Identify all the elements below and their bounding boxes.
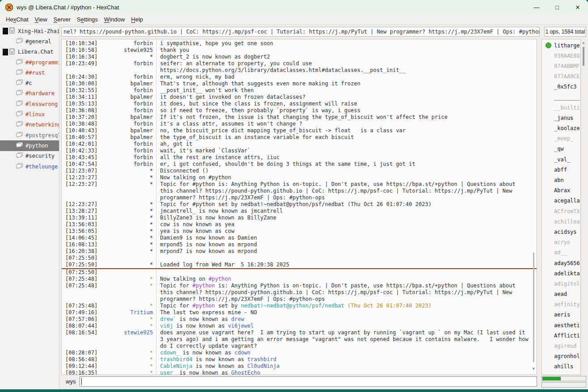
chat-line: [10:42:33]forbinwait, it's marked `Class… <box>62 148 537 154</box>
user-item[interactable]: aeris <box>542 310 580 320</box>
menu-item-server[interactable]: Server <box>51 15 74 24</box>
user-item[interactable]: acryo <box>542 237 580 248</box>
maximize-button[interactable]: □ <box>547 0 567 14</box>
timestamp: [10:34:11] <box>62 94 100 101</box>
message-segment: set by <box>215 303 241 309</box>
tree-item-networking[interactable]: #networking <box>0 120 59 130</box>
user-item[interactable]: 077AA9CE <box>542 72 580 82</box>
user-item[interactable]: adigitol <box>542 278 580 289</box>
message-segment: CableNinja <box>160 363 192 369</box>
topic-input[interactable]: nel? https://pound-python.github.io | Co… <box>61 27 540 37</box>
scroll-up-icon[interactable]: ▲ <box>582 41 585 45</box>
user-item[interactable]: agronhol <box>542 351 580 362</box>
message-input[interactable] <box>80 376 537 387</box>
expander-icon[interactable]: ▽ <box>3 49 8 55</box>
user-nick: _janus <box>554 115 573 121</box>
message: The last two express mine - NO <box>156 309 537 316</box>
user-item[interactable]: acegalla <box>542 196 580 206</box>
minimize-button[interactable]: — <box>526 0 547 14</box>
user-item[interactable]: aday5656 <box>542 258 580 268</box>
userlist-scrollbar[interactable]: ▲ <box>581 39 586 375</box>
message-segment: all the rest are instance attrs, iiuc <box>160 154 279 160</box>
chat-scrollbar[interactable]: ▼ <box>530 39 537 375</box>
channel-icon <box>16 101 23 108</box>
user-item[interactable]: __builti <box>542 102 580 113</box>
user-item[interactable]: acidsys <box>542 227 580 237</box>
user-item[interactable]: ________ <box>542 92 580 102</box>
user-item[interactable]: achillea <box>542 216 580 227</box>
user-item[interactable]: Afflicti <box>542 330 580 341</box>
close-button[interactable]: ✕ <box>567 0 588 14</box>
user-item[interactable]: _0x5fc3 <box>542 82 580 92</box>
message: it's a class attr, assumes it won't chan… <box>156 121 537 127</box>
user-item[interactable]: ahills <box>542 362 580 372</box>
timestamp: [10:24:30] <box>62 74 100 80</box>
message-segment: is now known as <box>176 316 231 322</box>
tree-item-lesswrong[interactable]: #lesswrong <box>0 99 59 109</box>
nick: stewie925 <box>100 47 153 54</box>
nick: * <box>100 282 153 289</box>
userlist-scrollbar-thumb[interactable] <box>583 47 584 66</box>
user-item[interactable]: litharge <box>542 40 580 51</box>
tree-item-linux[interactable]: #linux <box>0 109 59 119</box>
user-item[interactable]: ad__ <box>542 248 580 258</box>
user-nick: acryo <box>554 239 570 245</box>
user-list[interactable]: litharge030AAE8Q074ABBMF077AA9CE_0x5fc3_… <box>541 39 581 375</box>
user-item[interactable]: _koolaze <box>542 123 580 134</box>
user-item[interactable]: 074ABBMF <box>542 61 580 71</box>
menu-item-hexchat[interactable]: HexChat <box>3 15 32 24</box>
message: vi6j is now known as vi6jewel <box>156 323 537 329</box>
user-item[interactable]: agireud <box>542 341 580 351</box>
menu-item-help[interactable]: Help <box>128 15 146 24</box>
message-segment: #python <box>192 282 215 289</box>
tree-item-rust[interactable]: ##rust <box>0 67 59 78</box>
tree-item-libera.chat[interactable]: ▽Libera.Chat <box>0 47 59 57</box>
user-item[interactable]: abn <box>542 175 580 185</box>
user-item[interactable]: ACfromTX <box>542 206 580 216</box>
user-nick: aead <box>554 291 567 297</box>
user-item[interactable]: adelikta <box>542 268 580 278</box>
message: thank you <box>156 47 537 54</box>
tree-item-python[interactable]: #python <box>0 140 59 151</box>
nick: * <box>100 261 153 268</box>
tree-item-programming[interactable]: ##programming <box>0 57 59 67</box>
message-segment: Cl0udNinja <box>247 363 279 369</box>
tree-item-security[interactable]: #security <box>0 151 59 161</box>
user-item[interactable]: abff <box>542 164 580 175</box>
tree-item-thelounge[interactable]: #thelounge <box>0 161 59 172</box>
user-item[interactable]: _val_ <box>542 154 580 164</box>
timestamp: [10:32:55] <box>62 87 100 94</box>
nick: forbin <box>100 87 153 94</box>
message-segment: Topic for <box>160 282 192 289</box>
user-item[interactable]: aead <box>542 289 580 299</box>
message-segment: drew` <box>160 316 176 322</box>
message-segment: mrpond7 is now known as mrpond <box>160 248 257 254</box>
scroll-down-icon[interactable]: ▼ <box>532 367 536 371</box>
tree-item-general[interactable]: #general <box>0 36 59 46</box>
expander-icon[interactable]: ▽ <box>3 28 8 34</box>
chat-scrollbar-thumb[interactable] <box>533 253 534 362</box>
user-item[interactable]: aefinity <box>542 299 580 310</box>
tree-item-hardware[interactable]: #hardware <box>0 89 59 99</box>
nick: * <box>100 168 153 174</box>
tree-item-postgresql[interactable]: #postgresql <box>0 130 59 140</box>
chat-line: [09:16:35]*user_ is now known as GhostEc… <box>62 370 537 375</box>
user-item[interactable]: AhmedAme <box>542 372 580 375</box>
user-nick: agireud <box>554 343 577 349</box>
message-segment: ah, got it <box>160 141 192 147</box>
user-item[interactable]: Abrax <box>542 185 580 196</box>
window-titlebar[interactable]: wys @ Libera.Chat / #python - HexChat — … <box>0 0 588 14</box>
menu-item-view[interactable]: View <box>32 15 51 24</box>
user-item[interactable]: _moep_ <box>542 134 580 144</box>
user-item[interactable]: aestheti <box>542 320 580 330</box>
user-item[interactable]: 030AAE8Q <box>542 51 580 61</box>
user-item[interactable]: _qw <box>542 144 580 154</box>
menu-item-settings[interactable]: Settings <box>74 15 101 24</box>
ops-count: 1 ops, 1584 total <box>544 27 586 37</box>
menu-item-window[interactable]: Window <box>101 15 128 24</box>
tree-item-xing-hai-zhai[interactable]: ▽Xing-Hai-Zhai <box>0 26 59 36</box>
nick: forbin <box>100 101 153 107</box>
chat-area[interactable]: [10:10:34]forbini sympathise, hope you g… <box>61 39 537 375</box>
tree-item-c[interactable]: #c <box>0 78 59 88</box>
user-item[interactable]: _janus <box>542 113 580 123</box>
